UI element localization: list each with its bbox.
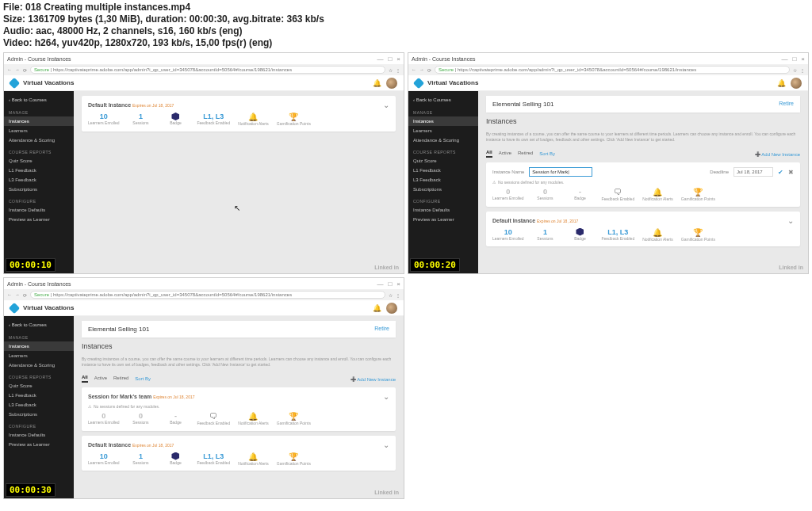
sidebar-item-preview[interactable]: Preview as Learner: [4, 215, 74, 224]
avatar[interactable]: [386, 78, 397, 89]
min-icon[interactable]: —: [781, 55, 787, 63]
close-icon[interactable]: ×: [396, 55, 400, 63]
close-icon[interactable]: ×: [396, 280, 400, 288]
url-text[interactable]: https://captivateprime.adobe.com/app/adm…: [458, 67, 696, 72]
nav-back-icon[interactable]: ←: [7, 292, 12, 297]
tab-active[interactable]: Active: [94, 376, 107, 382]
nav-fwd-icon[interactable]: →: [419, 67, 424, 72]
star-icon[interactable]: ☆: [389, 292, 393, 298]
add-new-instance[interactable]: ➕ Add New Instance: [350, 376, 396, 382]
sidebar-item-defaults[interactable]: Instance Defaults: [4, 205, 74, 215]
retire-link[interactable]: Retire: [779, 101, 794, 108]
nav-back-icon[interactable]: ←: [7, 67, 12, 72]
nav-back-icon[interactable]: ←: [412, 67, 416, 72]
sort-by[interactable]: Sort By: [135, 376, 151, 381]
tab-retired[interactable]: Retired: [113, 376, 128, 382]
warn-text: No sessions defined for any modules.: [94, 404, 159, 409]
cancel-icon[interactable]: ✖: [788, 169, 794, 176]
tab-retired[interactable]: Retired: [518, 151, 533, 157]
menu-icon[interactable]: ⋮: [396, 292, 400, 298]
cursor-icon: ↖: [234, 204, 240, 212]
max-icon[interactable]: □: [388, 280, 392, 288]
sidebar-item-attendance[interactable]: Attendance & Scoring: [408, 135, 478, 145]
sidebar-item-attendance[interactable]: Attendance & Scoring: [4, 135, 74, 145]
instances-heading: Instances: [82, 342, 396, 350]
sort-by[interactable]: Sort By: [539, 151, 555, 156]
nav-reload-icon[interactable]: ⟳: [23, 67, 27, 73]
chevron-down-icon[interactable]: ⌄: [383, 440, 389, 449]
deadline-input[interactable]: Jul 18, 2017: [733, 167, 773, 177]
sidebar-item-attendance[interactable]: Attendance & Scoring: [4, 360, 74, 370]
sidebar-item-instances[interactable]: Instances: [408, 116, 478, 126]
avatar[interactable]: [791, 78, 802, 89]
max-icon[interactable]: □: [792, 55, 796, 63]
sidebar-item-preview[interactable]: Preview as Learner: [4, 440, 74, 449]
gamif-icon: 🏆: [289, 452, 298, 461]
bell-icon[interactable]: 🔔: [373, 79, 381, 87]
metric-gamif-lbl: Gamification Points: [277, 122, 311, 127]
sidebar-item-l1[interactable]: L1 Feedback: [408, 166, 478, 175]
sidebar-item-learners[interactable]: Learners: [4, 126, 74, 135]
warn-text: No sessions defined for any modules.: [498, 180, 564, 185]
sidebar-item-quiz[interactable]: Quiz Score: [408, 156, 478, 166]
sidebar-item-subs[interactable]: Subscriptions: [4, 185, 74, 194]
bell-icon[interactable]: 🔔: [373, 304, 381, 312]
star-icon[interactable]: ☆: [389, 67, 393, 73]
sidebar-item-instances[interactable]: Instances: [4, 341, 74, 351]
nav-fwd-icon[interactable]: →: [15, 292, 20, 297]
nav-reload-icon[interactable]: ⟳: [427, 67, 431, 73]
sidebar-item-defaults[interactable]: Instance Defaults: [408, 205, 478, 215]
instances-desc: By creating instances of a course, you c…: [82, 357, 396, 367]
sidebar-item-subs[interactable]: Subscriptions: [4, 410, 74, 419]
sidebar-item-defaults[interactable]: Instance Defaults: [4, 430, 74, 440]
back-to-courses[interactable]: ‹ Back to Courses: [408, 94, 478, 105]
menu-icon[interactable]: ⋮: [396, 67, 400, 73]
save-icon[interactable]: ✔: [778, 169, 783, 176]
notif-icon: 🔔: [248, 112, 258, 121]
sidebar-item-learners[interactable]: Learners: [4, 351, 74, 360]
notif-icon: 🔔: [248, 452, 258, 461]
back-to-courses[interactable]: ‹ Back to Courses: [4, 319, 74, 330]
sidebar-item-instances[interactable]: Instances: [4, 116, 74, 126]
sidebar-item-l3[interactable]: L3 Feedback: [408, 175, 478, 185]
nav-fwd-icon[interactable]: →: [15, 67, 20, 72]
tab-title: Admin - Course Instances: [7, 56, 71, 62]
menu-icon[interactable]: ⋮: [800, 67, 805, 73]
back-to-courses[interactable]: ‹ Back to Courses: [4, 94, 74, 105]
sidebar-item-quiz[interactable]: Quiz Score: [4, 156, 74, 166]
sidebar-item-l1[interactable]: L1 Feedback: [4, 391, 74, 400]
retire-link[interactable]: Retire: [374, 326, 389, 333]
chevron-down-icon[interactable]: ⌄: [787, 216, 794, 225]
star-icon[interactable]: ☆: [793, 67, 797, 73]
sidebar-item-subs[interactable]: Subscriptions: [408, 185, 478, 194]
url-text[interactable]: https://captivateprime.adobe.com/app/adm…: [53, 67, 292, 72]
frame-2: Admin - Course Instances — □ × ← → ⟳ Sec…: [408, 52, 809, 274]
metric-sessions-val: 1: [139, 112, 143, 120]
min-icon[interactable]: —: [377, 55, 383, 63]
chevron-down-icon[interactable]: ⌄: [383, 101, 389, 109]
metric-feedback-lbl: Feedback Enabled: [197, 121, 230, 126]
chevron-down-icon[interactable]: ⌄: [383, 392, 389, 401]
max-icon[interactable]: □: [388, 55, 392, 63]
sidebar-item-quiz[interactable]: Quiz Score: [4, 381, 74, 391]
sidebar-item-l1[interactable]: L1 Feedback: [4, 166, 74, 175]
sidebar-item-l3[interactable]: L3 Feedback: [4, 175, 74, 185]
sidebar-item-l3[interactable]: L3 Feedback: [4, 400, 74, 410]
instance-name-input[interactable]: Session for Mark|: [529, 167, 592, 177]
sidebar-item-learners[interactable]: Learners: [408, 126, 478, 135]
add-new-instance[interactable]: ➕ Add New Instance: [755, 151, 800, 157]
tab-title: Admin - Course Instances: [7, 281, 71, 287]
course-title: Elemental Selling 101: [492, 101, 553, 108]
nav-reload-icon[interactable]: ⟳: [23, 292, 27, 298]
min-icon[interactable]: —: [377, 280, 383, 288]
tab-active[interactable]: Active: [499, 151, 511, 157]
avatar[interactable]: [386, 303, 397, 314]
sidebar-section-config: CONFIGURE: [4, 194, 74, 205]
bell-icon[interactable]: 🔔: [777, 79, 786, 87]
url-text[interactable]: https://captivateprime.adobe.com/app/adm…: [53, 292, 292, 297]
instance-name-label: Instance Name: [492, 170, 524, 174]
close-icon[interactable]: ×: [801, 55, 805, 63]
tab-all[interactable]: All: [486, 150, 492, 158]
tab-all[interactable]: All: [82, 375, 88, 383]
sidebar-item-preview[interactable]: Preview as Learner: [408, 215, 478, 224]
